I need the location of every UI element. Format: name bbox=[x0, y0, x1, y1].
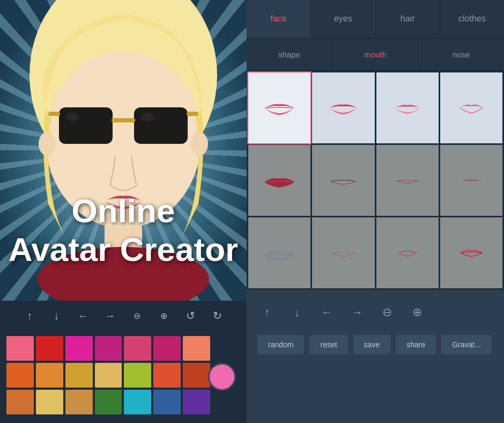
sub-tabs: shape mouth nose bbox=[247, 39, 504, 71]
color-swatch-16[interactable] bbox=[65, 390, 93, 414]
mouth-option-m5[interactable] bbox=[248, 145, 310, 216]
random-button[interactable]: random bbox=[257, 335, 304, 354]
avatar-svg bbox=[11, 0, 236, 301]
tab-hair[interactable]: hair bbox=[376, 0, 440, 38]
mouth-option-m9[interactable] bbox=[248, 217, 310, 288]
color-swatch-7[interactable] bbox=[6, 363, 34, 388]
toolbar-down-btn[interactable]: ↓ bbox=[48, 307, 65, 324]
color-swatch-18[interactable] bbox=[124, 390, 151, 414]
svg-rect-4 bbox=[59, 107, 113, 144]
color-swatch-15[interactable] bbox=[36, 390, 63, 414]
toolbar-undo-btn[interactable]: ↺ bbox=[182, 307, 199, 324]
color-swatch-3[interactable] bbox=[95, 336, 122, 361]
color-swatch-19[interactable] bbox=[153, 390, 181, 414]
color-swatch-11[interactable] bbox=[124, 363, 151, 388]
color-swatch-9[interactable] bbox=[65, 363, 93, 388]
color-swatch-1[interactable] bbox=[36, 336, 63, 361]
color-grid bbox=[6, 336, 210, 417]
color-swatch-20[interactable] bbox=[183, 390, 210, 414]
nav-arrows: ↑ ↓ ← → ⊖ ⊕ bbox=[257, 303, 493, 322]
toolbar-redo-btn[interactable]: ↻ bbox=[209, 307, 226, 324]
save-button[interactable]: save bbox=[353, 335, 391, 354]
gravatar-button[interactable]: Gravat... bbox=[441, 335, 492, 354]
toolbar-up-btn[interactable]: ↑ bbox=[21, 307, 38, 324]
avatar-panel: Online Avatar Creator bbox=[0, 0, 247, 301]
color-swatch-5[interactable] bbox=[153, 336, 181, 361]
mouth-option-m3[interactable] bbox=[376, 72, 439, 143]
mouth-option-m11[interactable] bbox=[376, 217, 439, 288]
toolbar-right-btn[interactable]: → bbox=[101, 307, 118, 324]
svg-rect-5 bbox=[134, 107, 188, 144]
nav-down-btn[interactable]: ↓ bbox=[287, 303, 307, 322]
mouth-option-m12[interactable] bbox=[440, 217, 502, 288]
selected-color-swatch bbox=[208, 363, 236, 391]
mouth-option-m10[interactable] bbox=[312, 217, 374, 288]
nav-left-btn[interactable]: ← bbox=[317, 303, 337, 322]
mouth-option-m2[interactable] bbox=[312, 72, 374, 143]
color-swatch-14[interactable] bbox=[6, 390, 34, 414]
tab-face[interactable]: face bbox=[247, 0, 311, 38]
category-tabs: face eyes hair clothes bbox=[247, 0, 504, 39]
subtab-nose[interactable]: nose bbox=[419, 39, 504, 70]
svg-point-2 bbox=[38, 247, 209, 301]
color-swatch-6[interactable] bbox=[183, 336, 210, 361]
share-button[interactable]: share bbox=[396, 335, 436, 354]
svg-point-12 bbox=[191, 132, 208, 156]
subtab-mouth[interactable]: mouth bbox=[332, 39, 418, 70]
color-swatch-8[interactable] bbox=[36, 363, 63, 388]
color-swatch-4[interactable] bbox=[124, 336, 151, 361]
mouth-option-m4[interactable] bbox=[440, 72, 502, 143]
color-swatch-13[interactable] bbox=[183, 363, 210, 388]
toolbar-zoom-out-btn[interactable]: ⊖ bbox=[128, 307, 145, 324]
color-swatch-17[interactable] bbox=[95, 390, 122, 414]
nav-zoom-out-btn[interactable]: ⊖ bbox=[377, 303, 397, 322]
color-swatch-0[interactable] bbox=[6, 336, 34, 361]
mouth-option-m7[interactable] bbox=[376, 145, 439, 216]
avatar-toolbar: ↑ ↓ ← → ⊖ ⊕ ↺ ↻ bbox=[0, 301, 247, 331]
mouth-option-m8[interactable] bbox=[440, 145, 502, 216]
nav-zoom-in-btn[interactable]: ⊕ bbox=[407, 303, 427, 322]
svg-rect-7 bbox=[48, 112, 60, 116]
tab-eyes[interactable]: eyes bbox=[311, 0, 375, 38]
nav-right-btn[interactable]: → bbox=[347, 303, 367, 322]
reset-button[interactable]: reset bbox=[309, 335, 347, 354]
svg-rect-8 bbox=[187, 112, 198, 116]
mouth-options-grid bbox=[247, 71, 504, 290]
svg-point-9 bbox=[66, 113, 79, 121]
nav-up-btn[interactable]: ↑ bbox=[257, 303, 277, 322]
toolbar-zoom-in-btn[interactable]: ⊕ bbox=[155, 307, 172, 324]
bottom-controls: ↑ ↓ ← → ⊖ ⊕ random reset save share Grav… bbox=[247, 292, 504, 423]
color-swatch-2[interactable] bbox=[65, 336, 93, 361]
mouth-option-m6[interactable] bbox=[312, 145, 374, 216]
color-swatch-12[interactable] bbox=[153, 363, 181, 388]
action-buttons: random reset save share Gravat... bbox=[257, 335, 493, 354]
toolbar-left-btn[interactable]: ← bbox=[75, 307, 92, 324]
tab-clothes[interactable]: clothes bbox=[440, 0, 504, 38]
svg-rect-6 bbox=[112, 118, 135, 122]
svg-point-10 bbox=[141, 113, 154, 121]
mouth-option-m1[interactable] bbox=[248, 72, 310, 143]
color-palette bbox=[0, 331, 247, 423]
subtab-shape[interactable]: shape bbox=[247, 39, 332, 70]
color-swatch-10[interactable] bbox=[95, 363, 122, 388]
svg-point-11 bbox=[39, 132, 56, 156]
